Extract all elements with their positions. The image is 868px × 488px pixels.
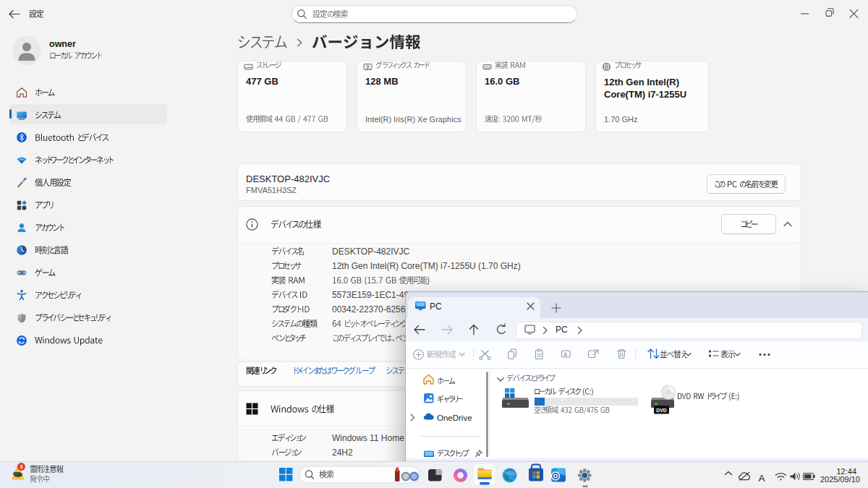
svg-text:3: 3 (20, 463, 23, 470)
svg-text:DVD: DVD (656, 408, 666, 413)
